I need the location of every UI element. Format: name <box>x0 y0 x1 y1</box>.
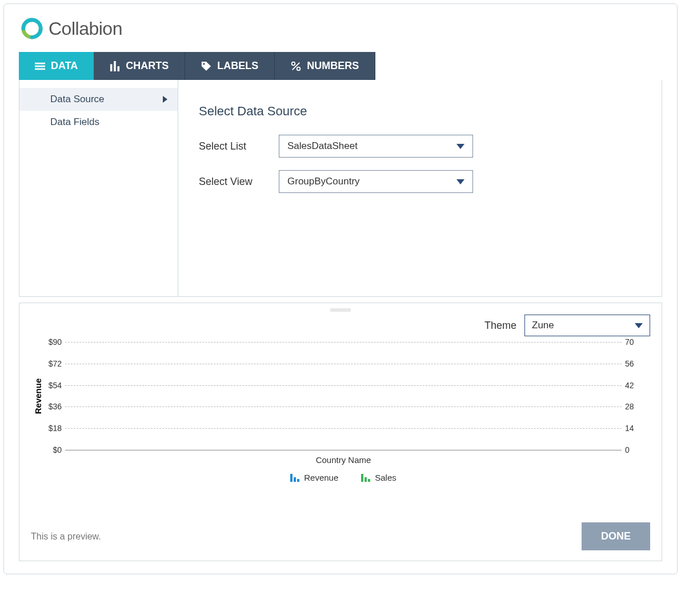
y-tick-left: $0 <box>37 445 65 454</box>
content-area: Select Data Source Select List SalesData… <box>178 80 662 296</box>
legend-sales-label: Sales <box>375 473 396 482</box>
theme-value: Zune <box>532 320 554 331</box>
tab-charts[interactable]: CHARTS <box>94 52 185 80</box>
chevron-down-icon <box>456 144 464 149</box>
legend-revenue-label: Revenue <box>304 473 338 482</box>
legend-sales: Sales <box>361 473 396 482</box>
preview-footer: This is a preview. DONE <box>31 522 650 550</box>
svg-rect-1 <box>35 65 45 67</box>
tab-label: CHARTS <box>126 60 169 72</box>
gridline <box>65 364 622 364</box>
brand-name: Collabion <box>49 18 122 39</box>
theme-dropdown[interactable]: Zune <box>524 315 650 336</box>
sidebar-item-data-fields[interactable]: Data Fields <box>19 111 178 134</box>
gridline <box>65 428 622 429</box>
svg-line-9 <box>293 62 300 70</box>
select-list-label: Select List <box>199 140 279 152</box>
tab-label: DATA <box>51 60 78 72</box>
y-tick-right: 14 <box>622 424 634 433</box>
theme-row: Theme Zune <box>31 315 650 336</box>
gridline <box>65 385 622 386</box>
legend-revenue: Revenue <box>290 473 338 482</box>
done-button[interactable]: DONE <box>582 522 650 550</box>
preview-hint: This is a preview. <box>31 532 101 542</box>
svg-point-7 <box>292 62 295 65</box>
brand-logo-icon <box>21 18 43 39</box>
y-tick-left: $36 <box>37 402 65 411</box>
chart-bars <box>67 342 619 450</box>
select-list-dropdown[interactable]: SalesDataSheet <box>279 135 473 158</box>
tab-label: NUMBERS <box>307 60 359 72</box>
chevron-down-icon <box>635 323 643 328</box>
tab-labels[interactable]: LABELS <box>185 52 275 80</box>
y-tick-right: 70 <box>622 337 634 347</box>
y-tick-right: 42 <box>622 381 634 390</box>
y-tick-left: $54 <box>37 381 65 390</box>
gridline <box>65 342 622 343</box>
tab-label: LABELS <box>217 60 258 72</box>
svg-point-8 <box>297 67 301 70</box>
select-view-dropdown[interactable]: GroupByCountry <box>279 170 473 193</box>
bars-icon <box>361 474 370 482</box>
svg-rect-3 <box>110 64 113 71</box>
svg-rect-4 <box>114 61 117 71</box>
preview-panel: Theme Zune Revenue $00$1814$3628$5442$72… <box>19 303 662 561</box>
select-view-row: Select View GroupByCountry <box>199 170 641 193</box>
bars-icon <box>290 474 299 482</box>
y-tick-right: 0 <box>622 445 630 454</box>
y-tick-left: $90 <box>37 337 65 347</box>
y-tick-left: $18 <box>37 424 65 433</box>
chart-legend: Revenue Sales <box>65 473 622 482</box>
svg-rect-0 <box>35 62 45 64</box>
select-list-value: SalesDataSheet <box>287 140 358 152</box>
chevron-right-icon <box>163 96 167 103</box>
chart-plot: Revenue $00$1814$3628$5442$7256$9070 <box>65 342 622 450</box>
select-view-label: Select View <box>199 176 279 188</box>
main-tabs: DATACHARTSLABELSNUMBERS <box>19 52 662 80</box>
x-axis-label: Country Name <box>65 455 622 465</box>
tab-numbers[interactable]: NUMBERS <box>275 52 375 80</box>
select-list-row: Select List SalesDataSheet <box>199 135 641 158</box>
select-view-value: GroupByCountry <box>287 176 360 187</box>
y-tick-right: 28 <box>622 402 634 411</box>
sidebar: Data SourceData Fields <box>19 80 178 296</box>
resize-grip-icon[interactable] <box>330 309 351 311</box>
config-panel: Data SourceData Fields Select Data Sourc… <box>19 80 662 297</box>
chevron-down-icon <box>456 179 464 184</box>
svg-point-6 <box>203 63 205 65</box>
chart: Revenue $00$1814$3628$5442$7256$9070 Cou… <box>31 342 650 482</box>
section-title: Select Data Source <box>199 104 641 119</box>
gridline <box>65 406 622 407</box>
theme-label: Theme <box>484 320 516 332</box>
svg-rect-2 <box>35 68 45 70</box>
y-tick-left: $72 <box>37 359 65 368</box>
dialog: Collabion DATACHARTSLABELSNUMBERS Data S… <box>3 3 678 574</box>
y-tick-right: 56 <box>622 359 634 368</box>
tab-data[interactable]: DATA <box>19 52 94 80</box>
svg-rect-5 <box>118 66 120 71</box>
sidebar-item-data-source[interactable]: Data Source <box>19 88 178 111</box>
brand: Collabion <box>19 18 662 39</box>
